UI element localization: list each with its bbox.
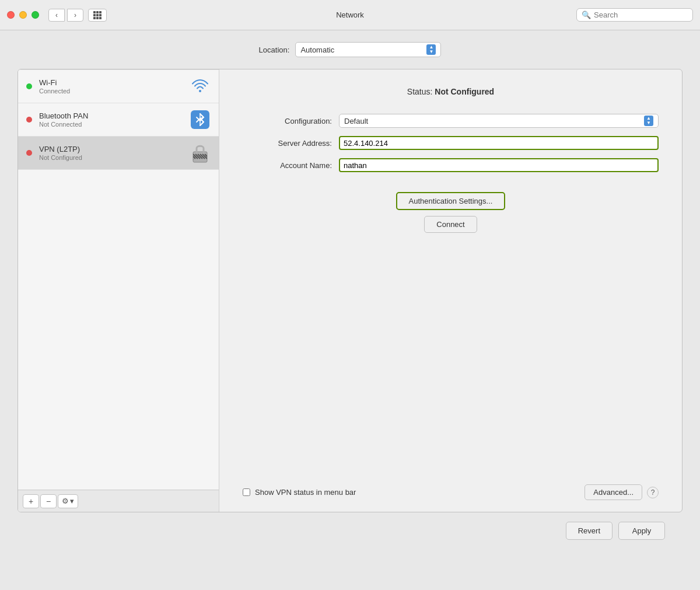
sidebar: Wi-Fi Connected [18, 69, 219, 512]
show-vpn-checkbox[interactable] [243, 488, 250, 496]
location-value: Automatic [300, 46, 334, 54]
network-status-wifi: Connected [39, 88, 190, 95]
network-status-vpn: Not Configured [39, 154, 190, 161]
bottom-section: Show VPN status in menu bar Advanced... … [243, 473, 659, 500]
advanced-button[interactable]: Advanced... [584, 484, 642, 500]
nav-buttons: ‹ › [48, 9, 83, 22]
status-dot-bluetooth [26, 117, 32, 123]
configuration-arrows-icon: ▲ ▼ [644, 116, 653, 126]
sidebar-toolbar: + − ⚙ ▾ [18, 490, 219, 512]
fullscreen-button[interactable] [32, 11, 39, 19]
status-value: Not Configured [435, 87, 494, 96]
svg-rect-5 [99, 14, 102, 16]
buttons-section: Authentication Settings... Connect [243, 192, 659, 233]
status-dot-wifi [26, 83, 32, 89]
minimize-button[interactable] [19, 11, 27, 19]
titlebar: ‹ › Network 🔍 [0, 0, 700, 30]
bluetooth-icon-container [190, 109, 211, 130]
account-name-label: Account Name: [243, 161, 339, 170]
network-list: Wi-Fi Connected [18, 69, 219, 490]
configuration-row: Configuration: Default ▲ ▼ [243, 114, 659, 128]
location-label: Location: [259, 46, 290, 54]
gear-icon: ⚙ [62, 497, 69, 505]
footer: Revert Apply [18, 512, 682, 549]
svg-rect-8 [99, 17, 102, 19]
configuration-select[interactable]: Default ▲ ▼ [339, 114, 659, 128]
connect-button[interactable]: Connect [424, 216, 477, 233]
revert-button[interactable]: Revert [566, 522, 612, 540]
configuration-value: Default [344, 117, 368, 125]
bottom-right: Advanced... ? [584, 484, 659, 500]
sidebar-item-bluetooth[interactable]: Bluetooth PAN Not Connected [18, 103, 219, 137]
svg-rect-1 [96, 11, 99, 13]
show-vpn-text: Show VPN status in menu bar [255, 488, 356, 497]
svg-point-9 [199, 90, 201, 92]
search-box[interactable]: 🔍 [576, 8, 693, 22]
sidebar-item-vpn[interactable]: VPN (L2TP) Not Configured [18, 137, 219, 170]
network-settings-button[interactable]: ⚙ ▾ [58, 494, 78, 508]
chevron-down-icon: ▾ [70, 497, 74, 505]
status-line: Status: Not Configured [243, 87, 659, 96]
svg-rect-7 [96, 17, 99, 19]
server-address-input[interactable] [339, 136, 659, 150]
location-arrows-icon: ▲ ▼ [426, 44, 436, 55]
network-name-bluetooth: Bluetooth PAN [39, 111, 190, 120]
close-button[interactable] [7, 11, 15, 19]
search-input[interactable] [594, 11, 688, 19]
traffic-lights [7, 11, 39, 19]
network-name-wifi: Wi-Fi [39, 78, 190, 87]
content-area: Wi-Fi Connected [18, 69, 682, 512]
server-address-row: Server Address: [243, 136, 659, 150]
location-select[interactable]: Automatic ▲ ▼ [295, 42, 441, 57]
search-icon: 🔍 [582, 11, 591, 19]
status-dot-vpn [26, 150, 32, 156]
window-title: Network [336, 11, 364, 19]
server-address-label: Server Address: [243, 139, 339, 148]
svg-rect-3 [93, 14, 96, 16]
svg-rect-0 [93, 11, 96, 13]
status-label: Status: [407, 87, 433, 96]
detail-panel: Status: Not Configured Configuration: De… [219, 69, 682, 512]
network-status-bluetooth: Not Connected [39, 121, 190, 128]
account-name-row: Account Name: [243, 158, 659, 172]
network-info-vpn: VPN (L2TP) Not Configured [39, 145, 190, 161]
svg-rect-4 [96, 14, 99, 16]
forward-button[interactable]: › [67, 9, 83, 22]
location-bar: Location: Automatic ▲ ▼ [18, 42, 682, 57]
svg-line-21 [191, 158, 193, 160]
wifi-icon-container [190, 76, 211, 97]
sidebar-item-wifi[interactable]: Wi-Fi Connected [18, 69, 219, 103]
remove-network-button[interactable]: − [40, 494, 57, 508]
account-name-input[interactable] [339, 158, 659, 172]
apply-button[interactable]: Apply [618, 522, 665, 540]
bluetooth-icon [191, 110, 209, 129]
back-button[interactable]: ‹ [48, 9, 65, 22]
svg-rect-6 [93, 17, 96, 19]
network-info-bluetooth: Bluetooth PAN Not Connected [39, 111, 190, 128]
grid-button[interactable] [88, 9, 107, 22]
add-network-button[interactable]: + [23, 494, 39, 508]
network-info-wifi: Wi-Fi Connected [39, 78, 190, 95]
show-vpn-label[interactable]: Show VPN status in menu bar [243, 488, 356, 497]
main-content: Location: Automatic ▲ ▼ Wi-Fi Connected [0, 30, 700, 561]
svg-rect-2 [99, 11, 102, 13]
lock-icon-container [190, 142, 211, 163]
configuration-label: Configuration: [243, 117, 339, 125]
network-name-vpn: VPN (L2TP) [39, 145, 190, 153]
auth-settings-button[interactable]: Authentication Settings... [396, 192, 506, 210]
help-button[interactable]: ? [647, 487, 659, 498]
